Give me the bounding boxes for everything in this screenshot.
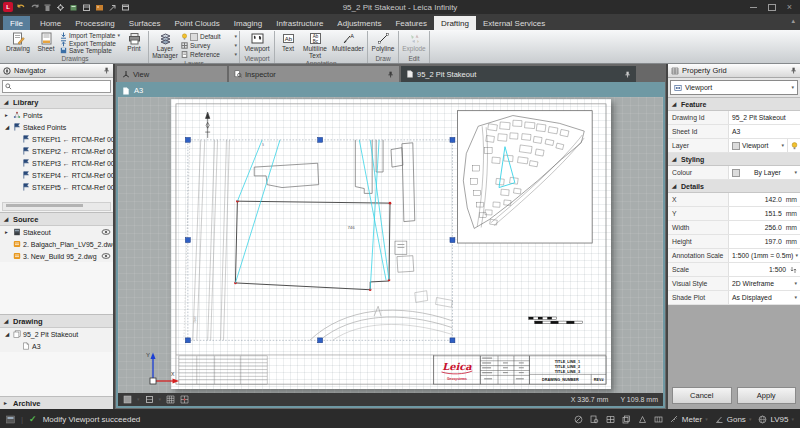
tab-infrastructure[interactable]: Infrastructure — [269, 16, 330, 30]
drawing-button[interactable]: Drawing — [3, 31, 33, 55]
minimize-button[interactable] — [750, 7, 757, 8]
viewport-selection-outline[interactable] — [188, 140, 453, 340]
tab-file[interactable]: File — [3, 16, 30, 30]
collapse-ribbon-icon[interactable]: ▴ — [791, 17, 795, 25]
pin-icon[interactable] — [624, 71, 631, 78]
shade-plot-dropdown[interactable]: As Displayed▾ — [729, 291, 800, 304]
tab-point-clouds[interactable]: Point Clouds — [167, 16, 226, 30]
section-source[interactable]: ◢ Source — [0, 212, 113, 226]
expander-icon[interactable]: ▸ — [5, 229, 11, 235]
tab-features[interactable]: Features — [388, 16, 434, 30]
export-icon[interactable] — [108, 3, 117, 12]
tab-adjustments[interactable]: Adjustments — [330, 16, 388, 30]
image-icon[interactable] — [95, 3, 104, 12]
compass-icon[interactable] — [574, 415, 583, 424]
tree-item-points[interactable]: ▸ Points — [0, 109, 113, 121]
import-template-button[interactable]: Import Template▾ — [60, 32, 120, 39]
text-button[interactable]: Ab Text — [276, 31, 300, 60]
film-icon[interactable] — [654, 415, 663, 424]
maximize-button[interactable] — [768, 4, 776, 11]
tree-item-staked-point[interactable]: STKEPt1 ← RTCM-Ref 0000 (07/10 — [0, 133, 113, 145]
chevron-down-icon[interactable]: ▾ — [159, 397, 162, 402]
sheet-tab-a3[interactable]: A3 — [118, 84, 663, 97]
view-mode-button[interactable] — [145, 395, 154, 404]
width-field[interactable]: 256.0mm — [729, 221, 800, 234]
y-field[interactable]: 151.5mm — [729, 207, 800, 220]
viewport-button[interactable]: Viewport — [241, 31, 273, 55]
tree-item-staked-points[interactable]: ◢ Staked Points — [0, 121, 113, 133]
tree-item-sheet-a3[interactable]: A3 — [0, 340, 113, 352]
pin-icon[interactable] — [790, 67, 797, 74]
undo-icon[interactable] — [17, 3, 26, 12]
console-icon[interactable] — [6, 415, 15, 424]
drawing-canvas[interactable]: 2560 — [118, 97, 663, 393]
eye-icon[interactable] — [101, 253, 111, 259]
tab-imaging[interactable]: Imaging — [227, 16, 269, 30]
active-layer-dropdown[interactable]: Default▾ — [181, 33, 237, 41]
snap-grid-button[interactable] — [180, 395, 189, 404]
survey-layer-dropdown[interactable]: Survey▾ — [181, 42, 237, 49]
tab-view[interactable]: View — [117, 66, 227, 82]
layer-dropdown[interactable]: Viewport ▾ — [729, 139, 787, 152]
expander-icon[interactable]: ◢ — [5, 124, 11, 130]
scrollbar-thumb[interactable] — [6, 204, 83, 207]
section-styling[interactable]: ◢ Styling — [668, 153, 800, 166]
table-icon[interactable] — [606, 415, 615, 424]
tab-inspector[interactable]: Inspector — [229, 66, 399, 82]
tree-item-dwg[interactable]: 2. Balgach_Plan_LV95_2.dwg — [0, 238, 113, 250]
angle-unit-dropdown[interactable]: Gons▾ — [715, 415, 752, 424]
multiline-text-button[interactable]: AbBc Multiline Text — [300, 31, 330, 60]
pages-icon[interactable] — [622, 415, 631, 424]
tab-processing[interactable]: Processing — [68, 16, 122, 30]
distance-unit-dropdown[interactable]: Meter▾ — [670, 415, 708, 424]
section-library[interactable]: ◢ Library — [0, 95, 113, 109]
eye-icon[interactable] — [101, 229, 111, 235]
scale-link-icon[interactable] — [790, 266, 797, 274]
settings-icon[interactable] — [56, 3, 65, 12]
print-button[interactable]: Print — [121, 31, 147, 55]
layer-visibility-toggle[interactable] — [787, 139, 800, 152]
pin-icon[interactable] — [103, 67, 110, 74]
archive-icon[interactable] — [82, 3, 91, 12]
section-drawing[interactable]: ◢ Drawing — [0, 314, 113, 328]
cancel-button[interactable]: Cancel — [672, 387, 732, 404]
selection-type-dropdown[interactable]: Viewport ▾ — [670, 80, 798, 95]
tree-item-dwg[interactable]: 3. New_Build 95_2.dwg — [0, 250, 113, 262]
polyline-button[interactable]: Polyline — [369, 31, 397, 55]
tree-item-staked-point[interactable]: STKEPt2 ← RTCM-Ref 0000 (07/10 — [0, 145, 113, 157]
window-icon[interactable] — [121, 3, 130, 12]
a3-sheet[interactable]: 2560 — [171, 99, 611, 389]
tree-item-staked-point[interactable]: STKEPt3 ← RTCM-Ref 0000 (07/10 — [0, 157, 113, 169]
tab-home[interactable]: Home — [33, 16, 68, 30]
export-template-button[interactable]: Export Template — [60, 40, 120, 47]
sheet-button[interactable]: Sheet — [33, 31, 59, 55]
tree-item-staked-point[interactable]: STKEPt5 ← RTCM-Ref 0000 (07/10 — [0, 181, 113, 193]
horizontal-scrollbar[interactable] — [2, 202, 111, 211]
crs-dropdown[interactable]: LV95▾ — [758, 415, 794, 424]
grid-toggle-button[interactable] — [166, 395, 175, 404]
scale-field[interactable]: 1:500 — [729, 263, 800, 276]
tree-item-staked-point[interactable]: STKEPt4 ← RTCM-Ref 0000 (07/10 — [0, 169, 113, 181]
redo-icon[interactable] — [30, 3, 39, 12]
visual-style-button[interactable] — [123, 395, 132, 404]
navigator-search-input[interactable] — [14, 82, 108, 91]
section-archive[interactable]: ▸ Archive — [0, 396, 113, 409]
colour-dropdown[interactable]: By Layer ▾ — [729, 166, 800, 179]
expander-icon[interactable]: ▸ — [5, 112, 11, 118]
height-field[interactable]: 197.0mm — [729, 235, 800, 248]
tab-document[interactable]: 95_2 Pit Stakeout — [401, 66, 636, 82]
annotation-scale-dropdown[interactable]: 1:500 (1mm = 0.5m)▾ — [729, 249, 800, 262]
tool-icon[interactable] — [69, 3, 78, 12]
apply-button[interactable]: Apply — [737, 387, 797, 404]
pin-icon[interactable] — [387, 71, 394, 78]
close-button[interactable]: × — [787, 4, 792, 11]
chevron-down-icon[interactable]: ▾ — [137, 397, 140, 402]
leica-app-icon[interactable]: L — [3, 2, 13, 12]
visual-style-dropdown[interactable]: 2D Wireframe▾ — [729, 277, 800, 290]
inspector-icon[interactable] — [590, 415, 599, 424]
delete-icon[interactable] — [43, 3, 52, 12]
tab-external-services[interactable]: External Services — [476, 16, 552, 30]
reference-layer-dropdown[interactable]: Reference▾ — [181, 51, 237, 58]
tab-surfaces[interactable]: Surfaces — [122, 16, 168, 30]
multileader-button[interactable]: A Multileader — [330, 31, 366, 60]
